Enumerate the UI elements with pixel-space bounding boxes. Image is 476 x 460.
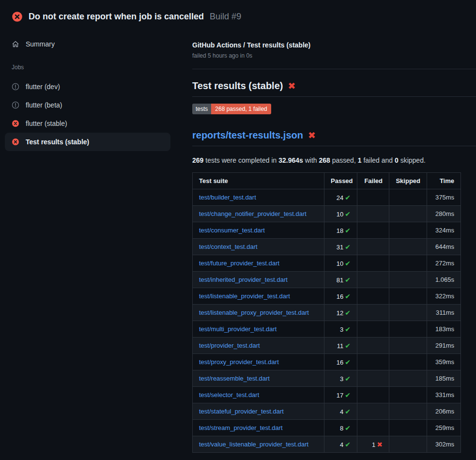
check-icon: ✔ bbox=[345, 441, 351, 448]
skipped-cell bbox=[389, 420, 427, 436]
failed-cell bbox=[357, 189, 389, 206]
col-header-failed: Failed bbox=[357, 173, 389, 189]
failed-cell bbox=[357, 206, 389, 222]
job-failed-icon bbox=[12, 138, 19, 146]
suite-cell: test/value_listenable_provider_test.dart bbox=[193, 436, 324, 453]
cross-mark-icon: ✖ bbox=[308, 130, 316, 141]
skipped-cell bbox=[389, 337, 427, 354]
sidebar-item-label: Test results (stable) bbox=[26, 138, 89, 146]
skipped-cell bbox=[389, 354, 427, 370]
suite-link[interactable]: test/listenable_proxy_provider_test.dart bbox=[199, 309, 309, 316]
table-row: test/value_listenable_provider_test.dart… bbox=[193, 436, 461, 453]
check-icon: ✔ bbox=[345, 375, 351, 383]
passed-cell: 11✔ bbox=[324, 337, 357, 354]
suite-link[interactable]: test/listenable_provider_test.dart bbox=[199, 292, 290, 300]
passed-cell: 18✔ bbox=[324, 222, 357, 239]
sidebar-item-job-2[interactable]: flutter (stable) bbox=[5, 114, 170, 133]
table-row: test/inherited_provider_test.dart81✔1.06… bbox=[193, 272, 461, 288]
sidebar: Summary Jobs flutter (dev) flutter (beta… bbox=[5, 35, 170, 151]
time-cell: 359ms bbox=[427, 354, 461, 370]
passed-cell: 16✔ bbox=[324, 354, 357, 370]
suite-link[interactable]: test/selector_test.dart bbox=[199, 391, 259, 399]
table-row: test/stream_provider_test.dart8✔259ms bbox=[193, 420, 461, 436]
check-icon: ✔ bbox=[345, 292, 351, 300]
skipped-cell bbox=[389, 370, 427, 387]
suite-cell: test/selector_test.dart bbox=[193, 387, 324, 403]
passed-cell: 3✔ bbox=[324, 370, 357, 387]
suite-cell: test/proxy_provider_test.dart bbox=[193, 354, 324, 370]
table-row: test/listenable_proxy_provider_test.dart… bbox=[193, 305, 461, 321]
badge-label: tests bbox=[192, 104, 211, 114]
sidebar-item-label: Summary bbox=[26, 40, 55, 48]
results-table-body: test/builder_test.dart24✔375mstest/chang… bbox=[193, 189, 461, 453]
badge-value: 268 passed, 1 failed bbox=[211, 104, 271, 114]
table-header-row: Test suite Passed Failed Skipped Time bbox=[193, 173, 461, 189]
home-icon bbox=[12, 40, 19, 48]
passed-cell: 24✔ bbox=[324, 189, 357, 206]
time-cell: 322ms bbox=[427, 288, 461, 305]
failed-cell bbox=[357, 337, 389, 354]
check-icon: ✔ bbox=[345, 276, 351, 284]
time-cell: 302ms bbox=[427, 436, 461, 453]
skipped-cell bbox=[389, 189, 427, 206]
summary-skipped: 0 bbox=[395, 156, 399, 164]
time-cell: 280ms bbox=[427, 206, 461, 222]
report-file-link[interactable]: reports/test-results.json bbox=[192, 130, 303, 141]
failed-cell bbox=[357, 370, 389, 387]
suite-link[interactable]: test/context_test.dart bbox=[199, 243, 258, 250]
suite-link[interactable]: test/inherited_provider_test.dart bbox=[199, 276, 288, 283]
suite-link[interactable]: test/reassemble_test.dart bbox=[199, 375, 270, 382]
suite-link[interactable]: test/consumer_test.dart bbox=[199, 227, 265, 234]
tests-status-badge: tests 268 passed, 1 failed bbox=[192, 104, 271, 114]
check-icon: ✔ bbox=[345, 260, 351, 267]
time-cell: 206ms bbox=[427, 403, 461, 420]
skipped-cell bbox=[389, 403, 427, 420]
divider bbox=[192, 69, 476, 69]
suite-link[interactable]: test/stream_provider_test.dart bbox=[199, 424, 283, 431]
time-cell: 324ms bbox=[427, 222, 461, 239]
check-icon: ✔ bbox=[345, 424, 351, 432]
passed-cell: 4✔ bbox=[324, 436, 357, 453]
suite-link[interactable]: test/multi_provider_test.dart bbox=[199, 325, 276, 333]
table-row: test/change_notifier_provider_test.dart1… bbox=[193, 206, 461, 222]
summary-total: 269 bbox=[192, 156, 203, 164]
suite-link[interactable]: test/future_provider_test.dart bbox=[199, 260, 279, 267]
suite-link[interactable]: test/stateful_provider_test.dart bbox=[199, 408, 284, 415]
suite-link[interactable]: test/builder_test.dart bbox=[199, 194, 256, 201]
failed-cell bbox=[357, 387, 389, 403]
suite-cell: test/listenable_proxy_provider_test.dart bbox=[193, 305, 324, 321]
sidebar-item-job-1[interactable]: flutter (beta) bbox=[5, 96, 170, 114]
sidebar-item-job-0[interactable]: flutter (dev) bbox=[5, 77, 170, 96]
skipped-cell bbox=[389, 305, 427, 321]
cross-icon: ✖ bbox=[377, 441, 383, 448]
suite-link[interactable]: test/proxy_provider_test.dart bbox=[199, 358, 279, 366]
run-header: Do not create report when job is cancell… bbox=[0, 0, 476, 25]
skipped-cell bbox=[389, 321, 427, 337]
col-header-time: Time bbox=[427, 173, 461, 189]
suite-link[interactable]: test/change_notifier_provider_test.dart bbox=[199, 210, 307, 217]
time-cell: 291ms bbox=[427, 337, 461, 354]
summary-line: 269 tests were completed in 32.964s with… bbox=[192, 156, 476, 164]
check-icon: ✔ bbox=[345, 391, 351, 399]
failed-cell bbox=[357, 403, 389, 420]
check-icon: ✔ bbox=[345, 342, 351, 350]
skipped-cell bbox=[389, 436, 427, 453]
skipped-cell bbox=[389, 272, 427, 288]
passed-cell: 4✔ bbox=[324, 403, 357, 420]
suite-link[interactable]: test/provider_test.dart bbox=[199, 342, 260, 349]
app-window: Do not create report when job is cancell… bbox=[0, 0, 476, 460]
summary-passed: 268 bbox=[319, 156, 330, 164]
check-icon: ✔ bbox=[345, 227, 351, 234]
results-table: Test suite Passed Failed Skipped Time te… bbox=[192, 172, 461, 453]
table-row: test/proxy_provider_test.dart16✔359ms bbox=[193, 354, 461, 370]
time-cell: 183ms bbox=[427, 321, 461, 337]
time-cell: 644ms bbox=[427, 239, 461, 255]
main-content: GitHub Actions / Test results (stable) f… bbox=[192, 41, 476, 453]
page-title: Do not create report when job is cancell… bbox=[29, 12, 204, 22]
passed-cell: 17✔ bbox=[324, 387, 357, 403]
suite-link[interactable]: test/value_listenable_provider_test.dart bbox=[199, 441, 308, 448]
table-row: test/builder_test.dart24✔375ms bbox=[193, 189, 461, 206]
summary-failed: 1 bbox=[358, 156, 362, 164]
sidebar-item-job-3[interactable]: Test results (stable) bbox=[5, 133, 170, 151]
sidebar-item-summary[interactable]: Summary bbox=[5, 35, 170, 53]
